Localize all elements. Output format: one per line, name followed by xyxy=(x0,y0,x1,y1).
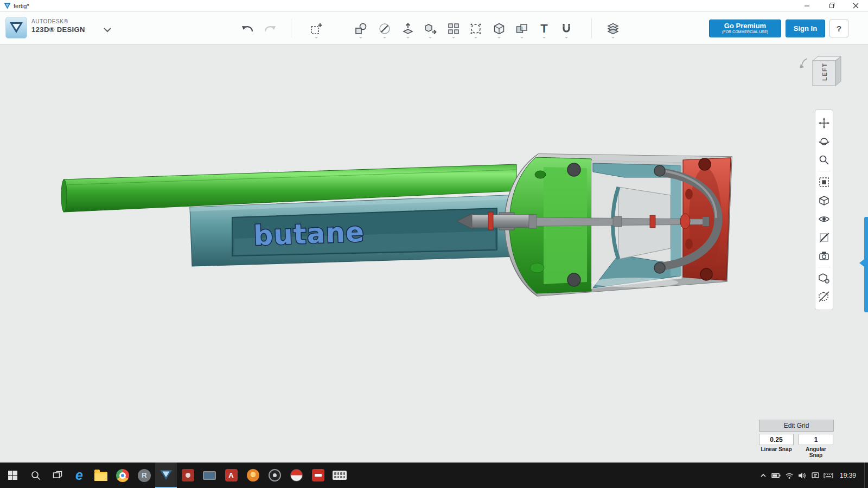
monitor-app-icon xyxy=(203,471,216,480)
grouping-tool-button[interactable] xyxy=(489,17,509,40)
taskbar-app-chrome[interactable] xyxy=(112,463,133,488)
show-desktop-button[interactable] xyxy=(864,463,868,488)
taskbar-app-onscreen-keyboard[interactable] xyxy=(329,463,350,488)
angular-snap-input[interactable] xyxy=(799,434,833,445)
battery-icon[interactable] xyxy=(770,463,783,488)
angular-snap-label: Angular Snap xyxy=(799,446,833,458)
taskbar-app-orange[interactable] xyxy=(242,463,264,488)
snap-tool-button[interactable] xyxy=(557,17,576,40)
taskbar-search-button[interactable] xyxy=(25,463,47,488)
taskbar-app-file-explorer[interactable] xyxy=(90,463,112,488)
taskbar-app-rstudio[interactable]: R xyxy=(133,463,155,488)
view-cube[interactable]: LEFT xyxy=(797,52,846,94)
onscreen-keyboard-icon xyxy=(333,471,347,480)
go-premium-sublabel: (FOR COMMERCIAL USE) xyxy=(722,30,768,34)
orbit-arrow-icon xyxy=(802,59,807,66)
text-tool-button[interactable]: T xyxy=(534,17,554,40)
go-premium-button[interactable]: Go Premium (FOR COMMERCIAL USE) xyxy=(709,20,781,37)
undo-button[interactable] xyxy=(238,20,257,38)
start-button[interactable] xyxy=(0,463,25,488)
linear-snap-label: Linear Snap xyxy=(759,446,794,458)
help-button[interactable]: ? xyxy=(829,20,848,37)
pattern-tool-button[interactable] xyxy=(444,17,463,40)
task-view-button[interactable] xyxy=(47,463,68,488)
half-red-app-icon xyxy=(290,469,303,481)
taskbar-app-media-red[interactable] xyxy=(177,463,199,488)
orbit-button[interactable] xyxy=(817,134,831,149)
model-teal-body[interactable]: butane xyxy=(190,194,536,266)
sign-in-button[interactable]: Sign In xyxy=(786,20,825,37)
visibility-eye-button[interactable] xyxy=(817,212,831,226)
navigation-toolbar xyxy=(815,110,833,310)
transform-tool-button[interactable] xyxy=(307,17,326,40)
hide-sketches-button[interactable] xyxy=(817,230,831,245)
action-center-icon[interactable] xyxy=(809,463,822,488)
view-cube-label: LEFT xyxy=(821,63,828,81)
touch-keyboard-icon[interactable] xyxy=(822,463,835,488)
media-app-icon xyxy=(182,469,194,481)
go-premium-label: Go Premium xyxy=(724,22,766,30)
sketch-tool-button[interactable] xyxy=(375,17,394,40)
fit-view-button[interactable] xyxy=(817,175,831,189)
taskbar-app-monitor[interactable] xyxy=(199,463,220,488)
material-tool-button[interactable] xyxy=(603,17,623,40)
view-cube-side-face[interactable] xyxy=(835,56,841,86)
construct-tool-button[interactable] xyxy=(398,17,418,40)
taskbar-app-acrobat[interactable]: A xyxy=(220,463,242,488)
combine-tool-button[interactable] xyxy=(512,17,532,40)
brand-autodesk: AUTODESK® xyxy=(31,18,85,25)
smooth-tool-button[interactable] xyxy=(466,17,486,40)
side-panel-handle[interactable] xyxy=(864,217,868,312)
redo-button[interactable] xyxy=(261,20,279,38)
toolbar-separator xyxy=(818,267,831,267)
dark-circle-app-icon xyxy=(269,469,281,481)
side-panel-arrow-icon[interactable] xyxy=(859,259,864,267)
edge-icon: e xyxy=(75,468,83,482)
view-box-button[interactable] xyxy=(817,194,831,208)
linear-snap-input[interactable] xyxy=(759,434,794,445)
taskbar-app-123d-design[interactable] xyxy=(155,463,177,488)
model-canvas[interactable]: butane xyxy=(0,44,868,463)
text-tool-glyph: T xyxy=(540,23,547,35)
main-toolbar: AUTODESK® 123D® DESIGN T xyxy=(0,12,868,44)
minimize-button[interactable] xyxy=(795,0,819,12)
system-tray: 19:39 xyxy=(757,463,868,488)
primitives-tool-button[interactable] xyxy=(351,17,371,40)
close-button[interactable] xyxy=(844,0,868,12)
help-label: ? xyxy=(837,24,841,33)
zoom-button[interactable] xyxy=(817,153,831,167)
hidden-icons-chevron[interactable] xyxy=(757,463,770,488)
taskbar-app-edge[interactable]: e xyxy=(68,463,90,488)
brand-product: 123D® DESIGN xyxy=(31,25,85,34)
taskbar-clock[interactable]: 19:39 xyxy=(835,472,861,479)
toolbar-separator xyxy=(591,18,592,38)
rstudio-icon: R xyxy=(138,469,151,482)
edit-grid-button[interactable]: Edit Grid xyxy=(759,420,834,432)
toolbar-separator xyxy=(818,171,831,171)
chrome-icon xyxy=(116,469,129,482)
maximize-button[interactable] xyxy=(819,0,844,12)
app-menu-chevron-icon[interactable] xyxy=(103,25,112,35)
screenshot-camera-button[interactable] xyxy=(817,249,831,263)
network-icon[interactable] xyxy=(783,463,796,488)
brand-text: AUTODESK® 123D® DESIGN xyxy=(31,18,85,34)
app-menu-logo[interactable] xyxy=(5,17,27,38)
pan-button[interactable] xyxy=(817,116,831,130)
taskbar-app-dark-circle[interactable] xyxy=(264,463,285,488)
viewport-3d[interactable]: butane xyxy=(0,44,868,463)
toolbar-separator xyxy=(291,18,291,38)
model-butane-text[interactable]: butane xyxy=(253,216,365,252)
window-title: fertig* xyxy=(14,3,29,9)
show-solids-button[interactable] xyxy=(817,271,831,285)
app-logo-icon xyxy=(4,3,11,9)
volume-icon[interactable] xyxy=(796,463,809,488)
taskbar-app-red-square[interactable] xyxy=(307,463,329,488)
windows-taskbar: e R A 19:39 xyxy=(0,463,868,488)
show-outline-button[interactable] xyxy=(817,290,831,304)
edit-grid-panel: Edit Grid Linear Snap Angular Snap xyxy=(759,420,834,458)
taskbar-app-half-red[interactable] xyxy=(285,463,307,488)
red-square-app-icon xyxy=(312,469,324,481)
file-explorer-icon xyxy=(94,472,107,481)
sign-in-label: Sign In xyxy=(794,24,817,33)
modify-tool-button[interactable] xyxy=(420,17,440,40)
